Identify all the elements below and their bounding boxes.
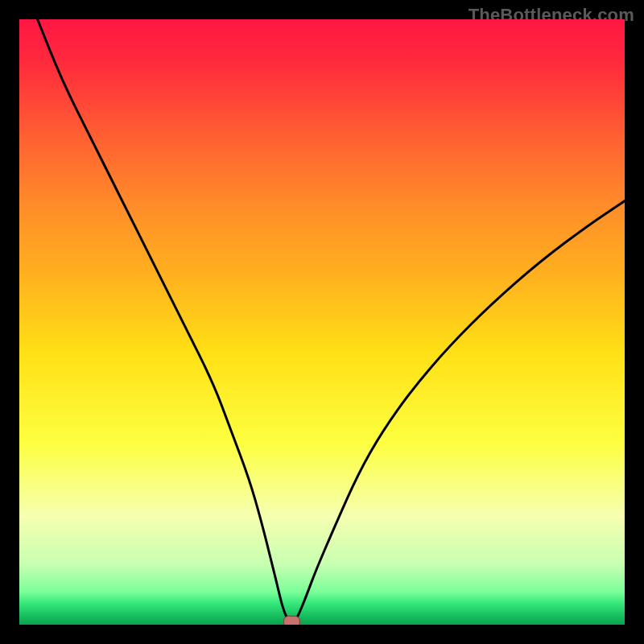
gradient-background bbox=[19, 19, 625, 625]
chart-frame: TheBottleneck.com bbox=[0, 0, 644, 644]
optimum-marker bbox=[283, 616, 299, 625]
plot-area bbox=[19, 19, 625, 625]
bottleneck-chart bbox=[19, 19, 625, 625]
